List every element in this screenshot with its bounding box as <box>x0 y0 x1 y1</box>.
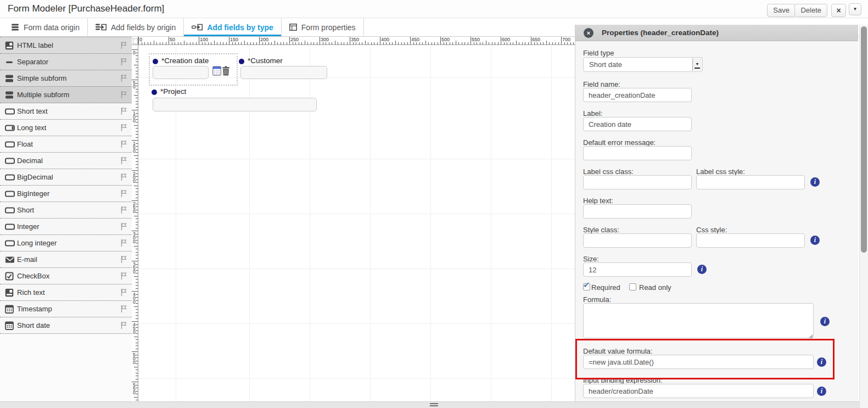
project-input[interactable] <box>153 98 317 111</box>
palette-item-multiple-subform[interactable]: Multiple subform <box>0 87 132 103</box>
palette-item-decimal[interactable]: Decimal <box>0 153 132 169</box>
delete-button[interactable]: Delete <box>794 4 827 17</box>
ruler-tick <box>136 104 138 104</box>
info-icon[interactable]: i <box>817 387 826 396</box>
ruler-tick <box>555 42 556 44</box>
customer-input[interactable] <box>240 66 327 79</box>
scrollbar-thumb[interactable] <box>861 26 867 253</box>
info-icon[interactable]: i <box>697 265 707 274</box>
calendar-icon[interactable] <box>212 66 221 76</box>
ruler-tick <box>136 74 138 74</box>
palette-item-separator[interactable]: Separator <box>0 54 132 70</box>
palette-item-checkbox[interactable]: CheckBox <box>0 268 132 284</box>
palette-item-bigdecimal[interactable]: BigDecimal <box>0 169 132 186</box>
palette-item-rich-text[interactable]: Rich text <box>0 284 132 301</box>
calendar-icon <box>5 321 17 330</box>
info-icon[interactable]: i <box>820 317 830 326</box>
palette-item-biginteger[interactable]: BigInteger <box>0 186 132 202</box>
dropdown-arrow-icon[interactable]: ▼ <box>692 58 702 71</box>
drag-flag-icon[interactable] <box>120 173 127 181</box>
ruler-tick <box>136 222 138 222</box>
ruler-tick <box>136 345 138 346</box>
drag-flag-icon[interactable] <box>120 239 127 247</box>
drag-flag-icon[interactable] <box>120 321 127 329</box>
info-icon[interactable]: i <box>810 177 820 187</box>
drag-flag-icon[interactable] <box>120 124 127 132</box>
ruler-tick <box>205 42 205 44</box>
drag-flag-icon[interactable] <box>120 74 127 82</box>
palette-item-timestamp[interactable]: Timestamp <box>0 301 132 317</box>
close-properties-icon[interactable]: × <box>584 28 593 38</box>
label-input[interactable] <box>583 117 692 131</box>
palette-item-short-text[interactable]: Short text <box>0 103 132 120</box>
form-canvas[interactable]: *Creation date *Customer *Project <box>139 46 575 401</box>
palette-item-long-text[interactable]: Long text <box>0 120 132 136</box>
drag-flag-icon[interactable] <box>120 189 127 198</box>
info-icon[interactable]: i <box>810 236 820 245</box>
palette-item-long-integer[interactable]: Long integer <box>0 235 132 251</box>
ruler-tick <box>238 42 239 44</box>
default-error-message-input[interactable] <box>583 146 692 160</box>
vertical-scrollbar[interactable] <box>859 25 868 408</box>
drag-flag-icon[interactable] <box>120 288 127 297</box>
drag-flag-icon[interactable] <box>120 272 127 280</box>
ruler-tick <box>169 37 169 44</box>
chevron-down-icon[interactable]: ▼ <box>849 3 861 15</box>
style-class-input[interactable] <box>583 233 692 248</box>
page-title: Form Modeler [PurchaseHeader.form] <box>8 3 164 14</box>
tab-form-properties[interactable]: Form properties <box>282 18 364 36</box>
field-name-input[interactable] <box>583 88 692 102</box>
ruler-tick <box>492 42 492 44</box>
resize-grip-icon[interactable] <box>808 334 813 338</box>
palette-item-label: Rich text <box>17 288 45 297</box>
ruler-tick <box>136 315 138 316</box>
creation-date-input[interactable] <box>153 66 209 79</box>
label-css-class-input[interactable] <box>583 175 692 189</box>
drag-flag-icon[interactable] <box>120 157 127 165</box>
size-input[interactable] <box>583 262 692 277</box>
default-value-formula-input[interactable] <box>583 355 814 369</box>
tab-add-fields-by-origin[interactable]: Add fields by origin <box>88 18 184 36</box>
input-binding-expression-input[interactable] <box>583 384 814 398</box>
splitter-grip-icon[interactable] <box>430 403 438 406</box>
required-checkbox[interactable]: ✔ <box>583 283 590 290</box>
palette-item-e-mail[interactable]: E-mail <box>0 251 132 268</box>
drag-flag-icon[interactable] <box>120 305 127 313</box>
formula-textarea[interactable] <box>583 303 814 338</box>
drag-flag-icon[interactable] <box>120 206 127 214</box>
info-icon[interactable]: i <box>817 357 826 367</box>
style-class-label: Style class: <box>583 226 619 234</box>
ruler-tick <box>160 42 160 44</box>
ruler-tick <box>561 37 562 44</box>
palette-item-float[interactable]: Float <box>0 136 132 153</box>
close-icon[interactable]: × <box>831 4 846 17</box>
trash-icon[interactable] <box>222 66 230 76</box>
label-css-style-input[interactable] <box>696 175 805 189</box>
ruler-tick <box>136 318 138 319</box>
drag-flag-icon[interactable] <box>120 91 127 99</box>
tab-form-data-origin[interactable]: Form data origin <box>3 18 88 36</box>
drag-flag-icon[interactable] <box>120 140 127 148</box>
help-text-input[interactable] <box>583 204 692 219</box>
save-button[interactable]: Save <box>767 4 796 17</box>
ruler-tick <box>262 42 263 44</box>
tab-add-fields-by-type[interactable]: Add fields by type <box>184 18 282 36</box>
css-style-input[interactable] <box>696 233 805 248</box>
read-only-checkbox[interactable] <box>629 283 636 290</box>
field-type-select[interactable]: Short date ▼ <box>583 57 703 72</box>
bottom-splitter[interactable] <box>0 401 868 408</box>
palette-item-simple-subform[interactable]: Simple subform <box>0 70 132 87</box>
drag-flag-icon[interactable] <box>120 58 127 66</box>
ruler-tick <box>516 41 517 44</box>
drag-flag-icon[interactable] <box>120 41 127 49</box>
drag-flag-icon[interactable] <box>120 107 127 115</box>
palette-item-html-label[interactable]: HTML label <box>0 37 132 54</box>
drag-flag-icon[interactable] <box>120 255 127 264</box>
drag-flag-icon[interactable] <box>120 222 127 231</box>
palette-item-short[interactable]: Short <box>0 202 132 219</box>
ruler-tick <box>136 149 138 150</box>
palette-item-integer[interactable]: Integer <box>0 219 132 235</box>
ruler-tick <box>136 294 138 295</box>
palette-item-short-date[interactable]: Short date <box>0 317 132 334</box>
ruler-tick <box>134 337 138 337</box>
